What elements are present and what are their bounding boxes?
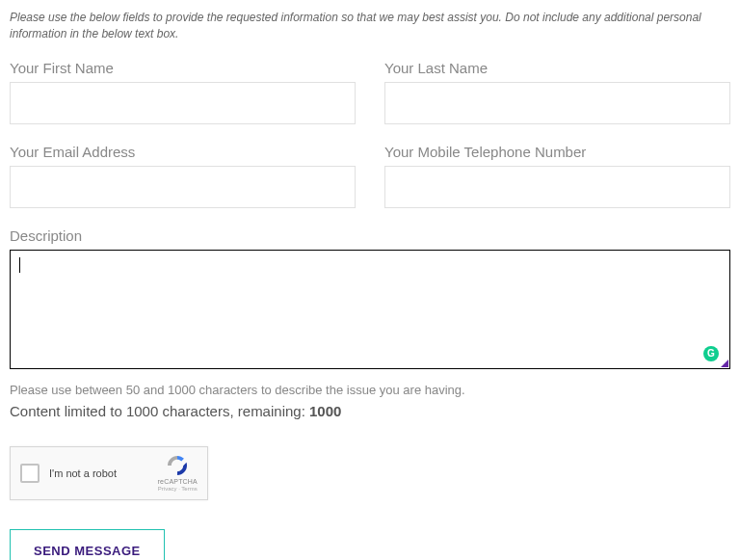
recaptcha-terms: Privacy · Terms	[158, 486, 198, 492]
char-counter: Content limited to 1000 characters, rema…	[10, 403, 730, 419]
last-name-input[interactable]	[384, 82, 730, 124]
row-name: Your First Name Your Last Name	[10, 60, 730, 124]
send-message-button[interactable]: SEND MESSAGE	[10, 529, 165, 560]
form-intro: Please use the below fields to provide t…	[10, 10, 730, 42]
field-phone: Your Mobile Telephone Number	[384, 144, 730, 208]
recaptcha-branding: reCAPTCHA Privacy · Terms	[158, 454, 198, 492]
last-name-label: Your Last Name	[384, 60, 730, 76]
email-input[interactable]	[10, 166, 356, 208]
row-contact: Your Email Address Your Mobile Telephone…	[10, 144, 730, 208]
recaptcha-label: I'm not a robot	[49, 467, 158, 479]
phone-input[interactable]	[384, 166, 730, 208]
text-cursor	[19, 257, 20, 273]
grammarly-icon[interactable]: G	[703, 346, 719, 361]
description-hint: Please use between 50 and 1000 character…	[10, 383, 730, 397]
email-label: Your Email Address	[10, 144, 356, 160]
first-name-label: Your First Name	[10, 60, 356, 76]
resize-handle-icon[interactable]	[721, 360, 728, 367]
first-name-input[interactable]	[10, 82, 356, 124]
description-textarea[interactable]	[10, 250, 730, 369]
field-first-name: Your First Name	[10, 60, 356, 124]
counter-prefix: Content limited to 1000 characters, rema…	[10, 403, 309, 419]
recaptcha-name: reCAPTCHA	[158, 478, 198, 485]
field-email: Your Email Address	[10, 144, 356, 208]
recaptcha-checkbox[interactable]	[20, 464, 40, 483]
field-last-name: Your Last Name	[384, 60, 730, 124]
recaptcha-logo-icon	[166, 454, 189, 477]
description-label: Description	[10, 227, 730, 244]
description-wrap: G	[10, 250, 730, 373]
recaptcha-widget[interactable]: I'm not a robot reCAPTCHA Privacy · Term…	[10, 446, 208, 500]
counter-value: 1000	[309, 403, 341, 419]
phone-label: Your Mobile Telephone Number	[384, 144, 730, 160]
